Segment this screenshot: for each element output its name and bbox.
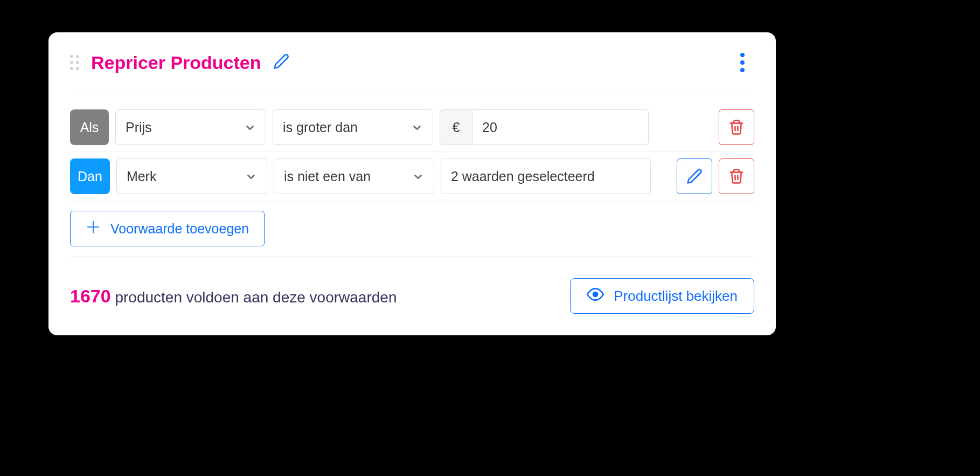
value-input-group: €	[440, 109, 649, 145]
add-condition-row: Voorwaarde toevoegen	[70, 201, 754, 257]
add-condition-button[interactable]: Voorwaarde toevoegen	[70, 211, 265, 246]
card-header: Repricer Producten	[70, 49, 754, 93]
eye-icon	[587, 286, 604, 307]
add-condition-label: Voorwaarde toevoegen	[110, 221, 249, 237]
value-input[interactable]	[472, 109, 649, 145]
field-select-label: Merk	[127, 169, 157, 184]
value-display[interactable]: 2 waarden geselecteerd	[441, 158, 651, 194]
field-select[interactable]: Prijs	[115, 109, 266, 145]
chevron-down-icon	[411, 121, 423, 133]
field-select[interactable]: Merk	[116, 158, 267, 194]
match-count: 1670	[70, 286, 111, 306]
condition-row: Dan Merk is niet een van 2 waarden gesel…	[70, 152, 754, 201]
operator-select-label: is groter dan	[283, 120, 358, 135]
svg-point-2	[593, 292, 597, 296]
view-product-list-label: Productlijst bekijken	[614, 288, 738, 305]
view-product-list-button[interactable]: Productlijst bekijken	[570, 278, 754, 314]
drag-handle-icon[interactable]	[70, 55, 79, 70]
edit-title-button[interactable]	[273, 53, 289, 72]
row-chip-als: Als	[70, 109, 109, 145]
chevron-down-icon	[412, 170, 424, 182]
chevron-down-icon	[245, 170, 257, 182]
card-footer: 1670 producten voldoen aan deze voorwaar…	[70, 257, 754, 314]
more-menu-icon[interactable]	[736, 49, 749, 77]
condition-row: Als Prijs is groter dan €	[70, 103, 754, 152]
currency-prefix: €	[440, 109, 472, 145]
operator-select[interactable]: is niet een van	[274, 158, 434, 194]
chevron-down-icon	[244, 121, 256, 133]
card-title: Repricer Producten	[91, 52, 261, 73]
delete-row-button[interactable]	[719, 158, 754, 194]
delete-row-button[interactable]	[719, 109, 754, 145]
match-count-text: 1670 producten voldoen aan deze voorwaar…	[70, 286, 397, 307]
match-count-suffix: producten voldoen aan deze voorwaarden	[115, 289, 397, 306]
field-select-label: Prijs	[126, 120, 152, 135]
header-left: Repricer Producten	[70, 52, 289, 73]
operator-select-label: is niet een van	[284, 169, 371, 184]
operator-select[interactable]: is groter dan	[273, 109, 433, 145]
repricer-card: Repricer Producten Als Prijs is groter d…	[48, 32, 776, 335]
row-chip-dan: Dan	[70, 158, 110, 194]
plus-icon	[86, 219, 101, 238]
edit-row-button[interactable]	[677, 158, 712, 194]
